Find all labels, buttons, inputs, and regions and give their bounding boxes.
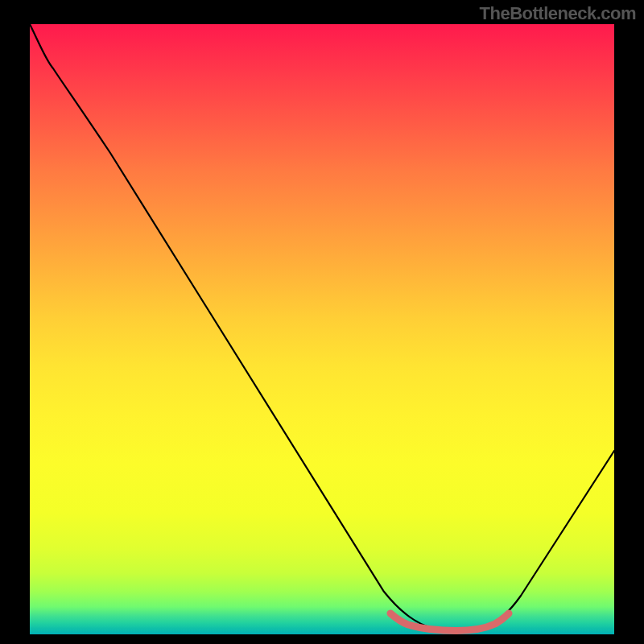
watermark-text: TheBottleneck.com — [480, 3, 636, 24]
bottleneck-curve-path — [30, 24, 614, 630]
chart-container: TheBottleneck.com — [0, 0, 644, 644]
plot-area — [30, 24, 614, 634]
curve-svg — [30, 24, 614, 634]
